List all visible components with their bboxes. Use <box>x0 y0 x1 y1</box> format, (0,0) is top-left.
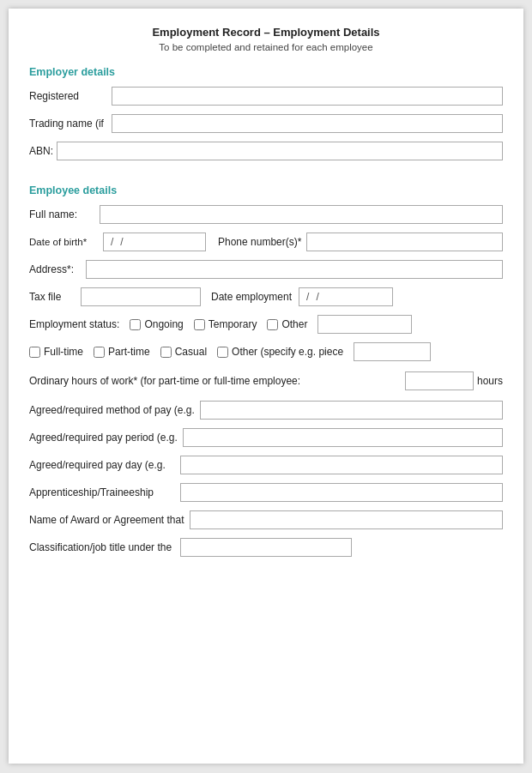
other-status-label: Other <box>281 318 307 330</box>
temporary-checkbox-item: Temporary <box>194 318 257 330</box>
employment-status-label: Employment status: <box>29 318 119 330</box>
fulltime-checkbox[interactable] <box>29 347 40 358</box>
other-status-checkbox-item: Other <box>267 318 307 330</box>
pay-method-label: Agreed/required method of pay (e.g. <box>29 404 195 416</box>
fulltime-checkbox-item: Full-time <box>29 346 83 358</box>
dateemployment-label: Date employment <box>211 291 292 303</box>
pay-period-label: Agreed/required pay period (e.g. <box>29 432 178 444</box>
status-other-input[interactable] <box>317 315 412 334</box>
parttime-checkbox[interactable] <box>94 347 105 358</box>
dob-phone-row: Date of birth* / / Phone number(s)* <box>29 233 503 251</box>
taxfile-label: Tax file <box>29 291 76 303</box>
employer-section-heading: Employer details <box>29 66 503 78</box>
dob-slash2: / <box>120 236 123 248</box>
other-specify-label: Other (specify e.g. piece <box>232 346 343 358</box>
classification-input[interactable] <box>180 538 352 557</box>
tax-date-row: Tax file Date employment / / <box>29 287 503 306</box>
pay-day-row: Agreed/required pay day (e.g. <box>29 456 503 474</box>
address-label: Address*: <box>29 263 81 275</box>
page-title: Employment Record – Employment Details <box>29 26 503 39</box>
taxfile-input[interactable] <box>81 287 201 306</box>
employment-status-row: Employment status: Ongoing Temporary Oth… <box>29 315 503 334</box>
registered-row: Registered <box>29 87 503 106</box>
address-row: Address*: <box>29 260 503 279</box>
date-emp-slash1: / <box>306 291 309 303</box>
dob-label: Date of birth* <box>29 237 98 247</box>
ongoing-checkbox[interactable] <box>130 319 141 330</box>
other-status-checkbox[interactable] <box>267 319 278 330</box>
other-specify-checkbox-item: Other (specify e.g. piece <box>217 346 343 358</box>
pay-day-label: Agreed/required pay day (e.g. <box>29 459 175 471</box>
dob-field-group: / / <box>103 233 206 251</box>
temporary-checkbox[interactable] <box>194 319 205 330</box>
fulltime-label: Full-time <box>44 346 83 358</box>
casual-checkbox-item: Casual <box>160 346 207 358</box>
phone-section: Phone number(s)* <box>218 233 503 251</box>
award-input[interactable] <box>190 510 503 529</box>
casual-checkbox[interactable] <box>160 347 172 358</box>
classification-label: Classification/job title under the <box>29 541 175 553</box>
pay-method-row: Agreed/required method of pay (e.g. <box>29 401 503 420</box>
pay-period-row: Agreed/required pay period (e.g. <box>29 428 503 447</box>
award-row: Name of Award or Agreement that <box>29 510 503 529</box>
abn-label: ABN: <box>29 145 53 157</box>
fullname-label: Full name: <box>29 208 94 220</box>
other-specify-input[interactable] <box>354 342 431 361</box>
parttime-checkbox-item: Part-time <box>94 346 150 358</box>
hours-unit: hours <box>477 375 503 387</box>
form-page: Employment Record – Employment Details T… <box>9 9 523 764</box>
classification-row: Classification/job title under the <box>29 538 503 557</box>
date-employment-field: / / <box>299 287 393 306</box>
trading-name-input[interactable] <box>112 114 503 133</box>
pay-period-input[interactable] <box>183 428 503 447</box>
pay-day-input[interactable] <box>180 456 503 474</box>
abn-row: ABN: <box>29 142 503 160</box>
parttime-label: Part-time <box>108 346 150 358</box>
address-input[interactable] <box>86 260 503 279</box>
trading-label: Trading name (if <box>29 118 106 130</box>
trading-name-row: Trading name (if <box>29 114 503 133</box>
pay-method-input[interactable] <box>200 401 503 420</box>
apprenticeship-label: Apprenticeship/Traineeship <box>29 486 175 498</box>
phone-label: Phone number(s)* <box>218 236 301 248</box>
ordinary-hours-label: Ordinary hours of work* (for part-time o… <box>29 375 398 387</box>
registered-label: Registered <box>29 90 106 102</box>
temporary-label: Temporary <box>209 318 257 330</box>
worktype-row: Full-time Part-time Casual Other (specif… <box>29 342 503 361</box>
page-subtitle: To be completed and retained for each em… <box>29 42 503 52</box>
ongoing-checkbox-item: Ongoing <box>130 318 183 330</box>
casual-label: Casual <box>175 346 207 358</box>
abn-input[interactable] <box>57 142 503 160</box>
fullname-row: Full name: <box>29 205 503 224</box>
date-emp-slash2: / <box>316 291 318 303</box>
fullname-input[interactable] <box>100 205 503 224</box>
hours-input[interactable] <box>405 371 474 390</box>
phone-input[interactable] <box>306 233 503 251</box>
employee-section-heading: Employee details <box>29 184 503 196</box>
registered-input[interactable] <box>112 87 503 106</box>
apprenticeship-input[interactable] <box>180 483 503 502</box>
apprenticeship-row: Apprenticeship/Traineeship <box>29 483 503 502</box>
award-label: Name of Award or Agreement that <box>29 514 184 526</box>
dob-slash1: / <box>111 236 113 248</box>
ordinary-hours-row: Ordinary hours of work* (for part-time o… <box>29 371 503 390</box>
ongoing-label: Ongoing <box>144 318 183 330</box>
other-specify-checkbox[interactable] <box>217 347 228 358</box>
